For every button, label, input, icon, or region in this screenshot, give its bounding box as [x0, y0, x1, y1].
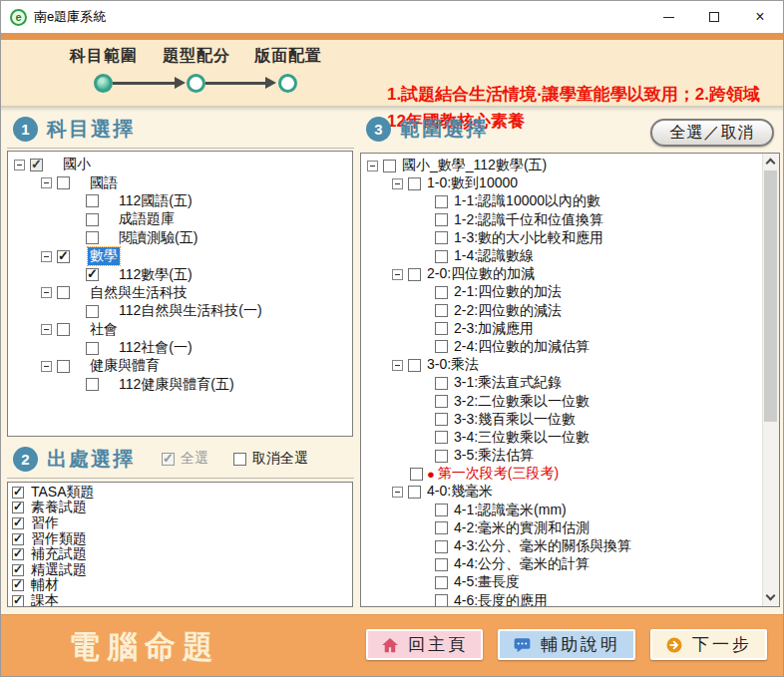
tree-item[interactable]: 2-0:四位數的加減 — [361, 265, 762, 283]
tree-item[interactable]: 健康與體育 — [8, 357, 352, 375]
list-item[interactable]: 課本 — [8, 593, 352, 607]
expand-collapse-icon[interactable] — [367, 161, 378, 171]
tree-item[interactable]: 4-5:畫長度 — [361, 573, 762, 591]
list-checkbox[interactable] — [12, 564, 24, 576]
tree-checkbox[interactable] — [408, 359, 421, 372]
tree-checkbox[interactable] — [86, 213, 99, 226]
tree-checkbox[interactable] — [435, 413, 448, 426]
tree-item[interactable]: 3-5:乘法估算 — [361, 447, 762, 465]
tree-checkbox[interactable] — [86, 378, 99, 391]
tree-checkbox[interactable] — [435, 450, 448, 463]
tree-checkbox[interactable] — [435, 286, 448, 299]
select-all-checkbox-group[interactable]: 全選 — [162, 450, 208, 468]
list-checkbox[interactable] — [12, 533, 24, 545]
tree-item[interactable]: 4-1:認識毫米(mm) — [361, 502, 762, 519]
tree-item[interactable]: 4-0:幾毫米 — [361, 483, 762, 501]
range-tree[interactable]: 國小_數學_112數學(五)1-0:數到100001-1:認識10000以內的數… — [361, 154, 762, 606]
tree-item[interactable]: 1-1:認識10000以內的數 — [361, 192, 762, 210]
tree-checkbox[interactable] — [57, 360, 70, 373]
tree-item[interactable]: 國語 — [8, 173, 352, 191]
expand-collapse-icon[interactable] — [392, 487, 403, 498]
select-all-toggle-button[interactable]: 全選／取消 — [650, 119, 774, 147]
tree-checkbox[interactable] — [435, 231, 448, 244]
tree-item[interactable]: 112健康與體育(五) — [8, 376, 352, 394]
expand-collapse-icon[interactable] — [41, 251, 52, 262]
tree-checkbox[interactable] — [435, 431, 448, 444]
minimize-button[interactable] — [645, 1, 691, 33]
scrollbar[interactable] — [762, 154, 779, 606]
tree-checkbox[interactable] — [57, 323, 70, 336]
expand-collapse-icon[interactable] — [41, 361, 52, 372]
list-checkbox[interactable] — [12, 579, 24, 591]
tree-checkbox[interactable] — [408, 268, 421, 281]
tree-item[interactable]: 3-1:乘法直式紀錄 — [361, 374, 762, 392]
tree-item[interactable]: 閱讀測驗(五) — [8, 229, 352, 247]
tree-checkbox[interactable] — [57, 286, 70, 299]
tree-item[interactable]: 3-4:三位數乘以一位數 — [361, 429, 762, 447]
tree-checkbox[interactable] — [435, 521, 448, 534]
tree-checkbox[interactable] — [408, 177, 421, 190]
tree-item[interactable]: 2-1:四位數的加法 — [361, 283, 762, 301]
tree-checkbox[interactable] — [435, 322, 448, 335]
tree-item[interactable]: ●第一次段考(三段考) — [361, 465, 762, 483]
list-item[interactable]: TASA類題 — [8, 485, 352, 501]
tree-checkbox[interactable] — [435, 395, 448, 408]
range-tree-box[interactable]: 國小_數學_112數學(五)1-0:數到100001-1:認識10000以內的數… — [360, 153, 780, 607]
tree-checkbox[interactable] — [435, 195, 448, 208]
deselect-all-checkbox-group[interactable]: 取消全選 — [233, 450, 308, 468]
tree-checkbox[interactable] — [57, 176, 70, 189]
tree-item[interactable]: 自然與生活科技 — [8, 284, 352, 302]
home-button[interactable]: 回主頁 — [366, 629, 483, 660]
list-item[interactable]: 輔材 — [8, 578, 352, 594]
tree-checkbox[interactable] — [435, 340, 448, 353]
expand-collapse-icon[interactable] — [41, 324, 52, 335]
list-item[interactable]: 素養試題 — [8, 501, 352, 516]
expand-collapse-icon[interactable] — [41, 177, 52, 188]
tree-checkbox[interactable] — [435, 377, 448, 390]
tree-item[interactable]: 4-3:公分、毫米的關係與換算 — [361, 537, 762, 555]
tree-item[interactable]: 數學 — [8, 247, 352, 265]
tree-item[interactable]: 2-2:四位數的減法 — [361, 302, 762, 320]
close-button[interactable]: × — [737, 1, 783, 33]
expand-collapse-icon[interactable] — [14, 160, 25, 170]
list-checkbox[interactable] — [12, 595, 24, 607]
tree-item[interactable]: 社會 — [8, 321, 352, 339]
list-item[interactable]: 習作 — [8, 515, 352, 531]
tree-checkbox[interactable] — [435, 250, 448, 263]
next-step-button[interactable]: 下一步 — [650, 629, 767, 660]
scroll-down-button[interactable] — [763, 589, 779, 606]
tree-item[interactable]: 1-0:數到10000 — [361, 174, 762, 192]
expand-collapse-icon[interactable] — [392, 360, 403, 371]
tree-item[interactable]: 3-2:二位數乘以一位數 — [361, 392, 762, 410]
maximize-button[interactable] — [691, 1, 737, 33]
tree-checkbox[interactable] — [86, 268, 99, 281]
tree-item[interactable]: 112國語(五) — [8, 192, 352, 210]
list-checkbox[interactable] — [12, 517, 24, 529]
tree-item[interactable]: 2-3:加減應用 — [361, 320, 762, 338]
tree-item[interactable]: 112社會(一) — [8, 339, 352, 357]
list-item[interactable]: 補充試題 — [8, 546, 352, 562]
tree-item[interactable]: 1-4:認識數線 — [361, 247, 762, 265]
tree-item[interactable]: 112自然與生活科技(一) — [8, 302, 352, 320]
tree-checkbox[interactable] — [86, 305, 99, 318]
subject-tree-box[interactable]: 國小國語112國語(五)成語題庫閱讀測驗(五)數學112數學(五)自然與生活科技… — [7, 151, 353, 437]
list-item[interactable]: 精選試題 — [8, 562, 352, 578]
source-list-box[interactable]: TASA類題素養試題習作習作類題補充試題精選試題輔材課本 — [7, 482, 353, 607]
expand-collapse-icon[interactable] — [392, 178, 403, 189]
tree-checkbox[interactable] — [435, 594, 448, 606]
tree-item[interactable]: 112數學(五) — [8, 265, 352, 283]
tree-item[interactable]: 4-6:長度的應用 — [361, 592, 762, 607]
tree-checkbox[interactable] — [383, 160, 396, 172]
list-checkbox[interactable] — [12, 487, 24, 499]
scrollbar-thumb[interactable] — [764, 170, 777, 422]
tree-item[interactable]: 國小 — [8, 156, 352, 173]
select-all-checkbox[interactable] — [162, 453, 175, 466]
expand-collapse-icon[interactable] — [41, 287, 52, 298]
tree-checkbox[interactable] — [86, 231, 99, 244]
tree-item[interactable]: 1-2:認識千位和位值換算 — [361, 211, 762, 229]
tree-item[interactable]: 成語題庫 — [8, 210, 352, 228]
list-checkbox[interactable] — [12, 502, 24, 513]
tree-checkbox[interactable] — [408, 486, 421, 499]
tree-checkbox[interactable] — [57, 250, 70, 263]
tree-checkbox[interactable] — [435, 304, 448, 317]
